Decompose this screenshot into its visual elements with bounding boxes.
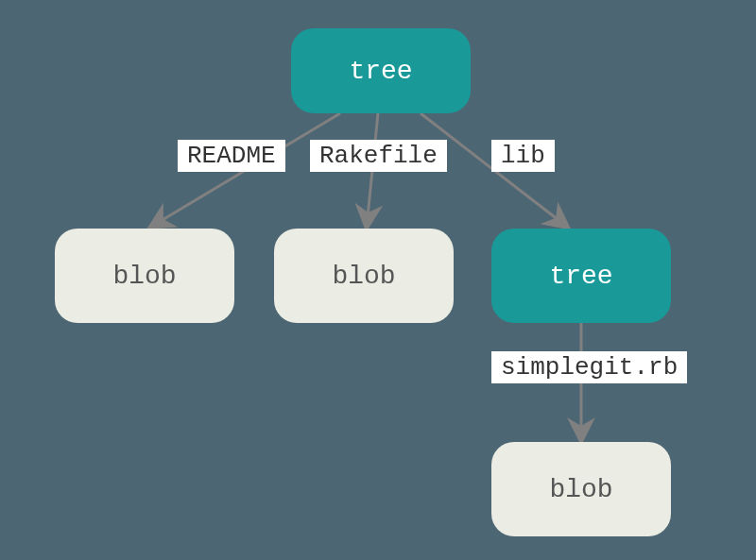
node-root-tree: tree	[291, 28, 471, 113]
edge-label-rakefile: Rakefile	[310, 140, 447, 172]
node-blob-simplegit: blob	[491, 442, 671, 536]
edge-text: README	[187, 142, 276, 170]
node-label: tree	[549, 262, 612, 291]
node-label: blob	[112, 262, 176, 291]
edge-label-readme: README	[178, 140, 285, 172]
edge-text: Rakefile	[319, 142, 438, 170]
edge-text: lib	[501, 142, 545, 170]
edge-text: simplegit.rb	[501, 353, 678, 382]
node-label: blob	[549, 475, 612, 504]
node-label: blob	[332, 262, 395, 291]
node-blob-rakefile: blob	[274, 229, 454, 323]
edge-label-lib: lib	[491, 140, 555, 172]
node-blob-readme: blob	[55, 229, 234, 323]
edge-label-simplegit: simplegit.rb	[491, 351, 687, 383]
node-tree-lib: tree	[491, 229, 671, 323]
node-label: tree	[349, 57, 412, 86]
